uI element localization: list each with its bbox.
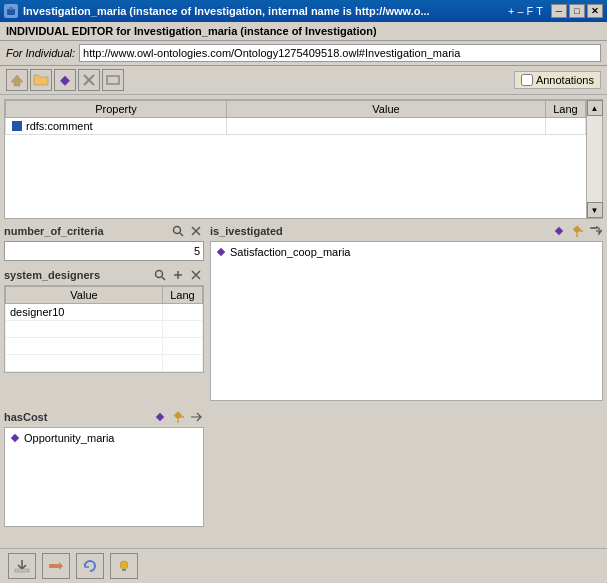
hascost-item-0: Opportunity_maria (24, 432, 115, 444)
annotations-label: Annotations (536, 74, 594, 86)
is-investigated-icons (551, 223, 603, 239)
is-investigated-header: is_ivestigated (210, 223, 603, 239)
for-individual-row: For Individual: (0, 41, 607, 66)
title-bar-left: Investigation_maria (instance of Investi… (4, 4, 430, 18)
toolbar-btn-2[interactable] (30, 69, 52, 91)
num-criteria-header: number_of_criteria (4, 223, 204, 239)
lower-panels: number_of_criteria (0, 219, 607, 583)
svg-rect-30 (122, 569, 126, 571)
annotations-checkbox[interactable] (521, 74, 533, 86)
svg-rect-6 (107, 76, 119, 84)
close-button[interactable]: ✕ (587, 4, 603, 18)
hascost-list-item[interactable]: Opportunity_maria (7, 430, 201, 446)
arrow-right-icon (47, 557, 65, 575)
num-input-row (4, 241, 204, 261)
app-icon (4, 4, 18, 18)
bottom-btn-refresh[interactable] (76, 553, 104, 579)
item-diamond-icon (216, 247, 226, 257)
bottom-toolbar (0, 548, 607, 583)
toolbar-left (6, 69, 124, 91)
property-table-container: Property Value Lang rdfs:comment (4, 99, 603, 219)
svg-rect-28 (49, 564, 59, 568)
svg-rect-3 (60, 76, 70, 86)
plus-btn[interactable]: + (508, 5, 514, 17)
toolbar-btn-4[interactable] (78, 69, 100, 91)
maximize-button[interactable]: □ (569, 4, 585, 18)
svg-rect-17 (555, 227, 563, 235)
diamond-btn-2[interactable] (569, 223, 585, 239)
num-criteria-title: number_of_criteria (4, 225, 104, 237)
search-btn-sys[interactable] (152, 267, 168, 283)
bottom-btn-download[interactable] (8, 553, 36, 579)
svg-rect-23 (174, 411, 182, 419)
sub-title-text: INDIVIDUAL EDITOR for Investigation_mari… (6, 25, 377, 37)
search-btn-num[interactable] (170, 223, 186, 239)
sys-designers-icons (152, 267, 204, 283)
lang-cell (546, 118, 586, 135)
toolbar-row: Annotations (0, 66, 607, 95)
svg-line-12 (162, 277, 165, 280)
system-designers-panel: system_designers (4, 267, 204, 401)
arrow-btn-is[interactable] (587, 223, 603, 239)
num-criteria-input[interactable] (4, 241, 204, 261)
extra-btns: + – F T (508, 5, 543, 17)
vertical-scrollbar[interactable]: ▲ ▼ (586, 100, 602, 218)
svg-rect-22 (156, 413, 164, 421)
hascost-arrow-btn[interactable] (188, 409, 204, 425)
is-investigated-item-0: Satisfaction_coop_maria (230, 246, 350, 258)
t-btn[interactable]: T (536, 5, 543, 17)
property-table-inner: Property Value Lang rdfs:comment (5, 100, 586, 218)
col-value: Value (227, 101, 546, 118)
for-individual-input[interactable] (79, 44, 601, 62)
sys-table-row[interactable]: designer10 (6, 304, 203, 321)
hascost-icons (152, 409, 204, 425)
hascost-header: hasCost (4, 409, 204, 425)
for-individual-label: For Individual: (6, 47, 75, 59)
diamond-btn-1[interactable] (551, 223, 567, 239)
scroll-down-btn[interactable]: ▼ (587, 202, 603, 218)
minus-btn[interactable]: – (517, 5, 523, 17)
svg-point-7 (174, 227, 181, 234)
sys-lang-cell (163, 304, 203, 321)
svg-rect-1 (9, 7, 13, 10)
sys-value-cell: designer10 (6, 304, 163, 321)
title-bar: Investigation_maria (instance of Investi… (0, 0, 607, 22)
hascost-item-diamond-icon (10, 433, 20, 443)
close-btn-num[interactable] (188, 223, 204, 239)
f-btn[interactable]: F (527, 5, 534, 17)
is-investigated-title: is_ivestigated (210, 225, 283, 237)
hascost-left: hasCost (4, 409, 204, 527)
close-btn-sys[interactable] (188, 267, 204, 283)
svg-rect-26 (11, 434, 19, 442)
mid-row: number_of_criteria (4, 223, 603, 401)
property-table: Property Value Lang rdfs:comment (5, 100, 586, 135)
sys-table-row-empty-1 (6, 321, 203, 338)
window: Investigation_maria (instance of Investi… (0, 0, 607, 583)
hascost-diamond-btn[interactable] (152, 409, 168, 425)
list-item[interactable]: Satisfaction_coop_maria (213, 244, 600, 260)
sys-designers-title: system_designers (4, 269, 100, 281)
toolbar-btn-1[interactable] (6, 69, 28, 91)
property-name: rdfs:comment (26, 120, 93, 132)
sys-table-row-empty-2 (6, 338, 203, 355)
sys-table-row-empty-3 (6, 355, 203, 372)
hascost-box: Opportunity_maria (4, 427, 204, 527)
scroll-up-btn[interactable]: ▲ (587, 100, 603, 116)
hascost-add-diamond-btn[interactable] (170, 409, 186, 425)
sys-designers-table: Value Lang designer10 (5, 286, 203, 372)
toolbar-btn-5[interactable] (102, 69, 124, 91)
num-criteria-icons (170, 223, 204, 239)
left-panels: number_of_criteria (4, 223, 204, 401)
add-btn-sys[interactable] (170, 267, 186, 283)
toolbar-btn-3[interactable] (54, 69, 76, 91)
hascost-right-spacer (210, 409, 603, 527)
minimize-button[interactable]: ─ (551, 4, 567, 18)
sys-designers-table-box: Value Lang designer10 (4, 285, 204, 373)
annotations-toggle[interactable]: Annotations (514, 71, 601, 89)
bottom-btn-arrow[interactable] (42, 553, 70, 579)
property-icon (12, 121, 22, 131)
table-row[interactable]: rdfs:comment (6, 118, 586, 135)
bottom-btn-bulb[interactable] (110, 553, 138, 579)
window-title: Investigation_maria (instance of Investi… (23, 5, 430, 17)
hascost-panel: hasCost (4, 409, 603, 527)
